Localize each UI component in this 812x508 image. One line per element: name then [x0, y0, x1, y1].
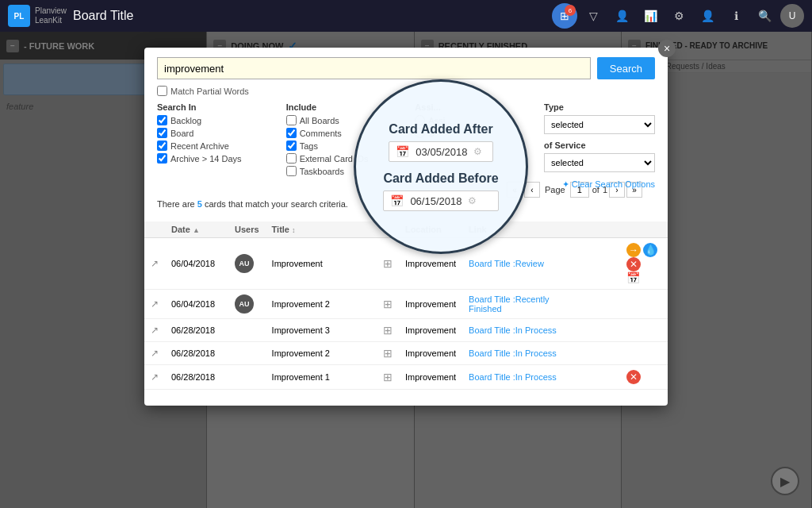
th-title[interactable]: Title ↕ [266, 221, 377, 238]
search-icon: 🔍 [758, 10, 772, 22]
date-before-label: Card Added Before [383, 171, 498, 186]
export-icon[interactable]: ↗ [151, 348, 159, 359]
all-boards-checkbox[interactable] [286, 115, 297, 125]
row3-loc-icon: ⊞ [377, 319, 399, 342]
modal-close-btn[interactable]: × [658, 40, 676, 57]
row5-link-anchor[interactable]: Board Title :In Process [469, 372, 557, 382]
row5-loc-icon: ⊞ [377, 365, 399, 390]
backlog-checkbox[interactable] [157, 115, 167, 125]
date-after-block: Card Added After 📅 03/05/2018 ⚙ [389, 122, 492, 162]
delete-action-icon[interactable]: ✕ [626, 370, 641, 384]
tags-checkbox[interactable] [286, 140, 297, 151]
row4-link-anchor[interactable]: Board Title :In Process [469, 348, 557, 358]
topbar: PL PlanviewLeanKit Board Title ⊞ 6 ▽ 👤 📊… [0, 0, 812, 32]
date-after-label: Card Added After [389, 122, 492, 137]
filter-icon-btn[interactable]: ⊞ 6 [552, 3, 577, 29]
row2-link: Board Title :RecentlyFinished [462, 290, 620, 319]
type-label: Type [544, 102, 655, 112]
match-partial-checkbox[interactable] [157, 86, 167, 96]
row5-users [228, 365, 266, 390]
row5-title: Improvement 1 [266, 365, 377, 390]
export-icon[interactable]: ↗ [151, 258, 159, 269]
person-add-icon-btn[interactable]: 👤 [695, 3, 720, 29]
comments-checkbox[interactable] [286, 128, 297, 138]
row3-location: Improvement [399, 319, 462, 342]
calendar-after-icon: 📅 [396, 145, 409, 158]
row1-title: Improvement [266, 238, 377, 290]
row4-actions [620, 342, 668, 365]
row2-export: ↗ [144, 290, 165, 319]
modal-overlay: × Card Added After 📅 03/05/2018 ⚙ Card A… [0, 32, 812, 508]
export-icon[interactable]: ↗ [151, 298, 159, 310]
export-icon[interactable]: ↗ [151, 371, 159, 383]
avatar[interactable]: U [780, 4, 804, 28]
search-button[interactable]: Search [597, 57, 655, 79]
archive-14-checkbox[interactable] [157, 153, 167, 164]
row1-actions: → 💧 ✕ 📅 [620, 238, 668, 290]
row5-export: ↗ [144, 365, 165, 390]
type-select[interactable]: selected [544, 115, 655, 134]
settings-icon-btn[interactable]: ⚙ [666, 3, 691, 29]
search-icon-btn[interactable]: 🔍 [752, 3, 777, 29]
row2-loc-icon: ⊞ [377, 290, 399, 319]
funnel-icon-btn[interactable]: ▽ [580, 3, 606, 29]
archive-14-label: Archive > 14 Days [170, 154, 242, 164]
row1-link-anchor[interactable]: Board Title :Review [469, 259, 544, 268]
clear-search-options-btn[interactable]: ✦ Clear Search Options [562, 179, 655, 189]
row1-export: ↗ [144, 238, 165, 290]
board-checkbox[interactable] [157, 128, 167, 138]
row4-loc-icon: ⊞ [377, 342, 399, 365]
date-before-clear-icon[interactable]: ⚙ [468, 195, 477, 206]
results-count: 5 [197, 199, 202, 209]
calendar-action-icon[interactable]: 📅 [626, 271, 640, 284]
export-icon[interactable]: ↗ [151, 325, 159, 336]
row2-link-anchor[interactable]: Board Title :RecentlyFinished [469, 294, 550, 314]
date-after-field[interactable]: 📅 03/05/2018 ⚙ [389, 141, 492, 162]
date-before-field[interactable]: 📅 06/15/2018 ⚙ [383, 190, 498, 211]
recent-archive-checkbox[interactable] [157, 140, 167, 151]
chart-icon-btn[interactable]: 📊 [638, 3, 663, 29]
taskboards-checkbox[interactable] [286, 166, 297, 176]
search-in-recent-archive: Recent Archive [157, 140, 274, 151]
delete-action-icon[interactable]: ✕ [626, 257, 641, 271]
comments-label: Comments [300, 129, 342, 138]
chart-icon: 📊 [644, 10, 657, 22]
search-in-label: Search In [157, 102, 274, 112]
service-select[interactable]: selected [544, 153, 655, 172]
search-input[interactable] [157, 57, 591, 79]
search-in-archive-14: Archive > 14 Days [157, 153, 274, 164]
th-date[interactable]: Date ▲ [165, 221, 228, 238]
row2-date: 06/04/2018 [165, 290, 228, 319]
search-in-board: Board [157, 128, 274, 138]
row3-link-anchor[interactable]: Board Title :In Process [469, 325, 557, 335]
match-partial-label: Match Partial Words [170, 87, 249, 96]
user-avatar: AU [235, 294, 254, 314]
date-after-clear-icon[interactable]: ⚙ [473, 146, 482, 157]
settings-icon: ⚙ [674, 10, 684, 22]
users-icon-btn[interactable]: 👤 [609, 3, 634, 29]
th-export [144, 221, 165, 238]
table-row: ↗ 06/04/2018 AU Improvement 2 ⊞ Improvem… [144, 290, 668, 319]
row3-date: 06/28/2018 [165, 319, 228, 342]
grid-icon: ⊞ [383, 324, 393, 337]
move-action-icon[interactable]: → [626, 243, 641, 257]
filter-badge: 6 [565, 5, 576, 16]
grid-icon: ⊞ [383, 371, 393, 383]
date-after-value: 03/05/2018 [416, 146, 467, 158]
search-modal: × Card Added After 📅 03/05/2018 ⚙ Card A… [144, 48, 668, 406]
table-row: ↗ 06/28/2018 Improvement 1 ⊞ Improvement… [144, 365, 668, 390]
table-row: ↗ 06/28/2018 Improvement 2 ⊞ Improvement… [144, 342, 668, 365]
table-row: ↗ 06/28/2018 Improvement 3 ⊞ Improvement… [144, 319, 668, 342]
logo-icon: PL [8, 5, 30, 27]
copy-action-icon[interactable]: 💧 [643, 243, 657, 257]
search-in-col: Search In Backlog Board Recent Archive [157, 102, 274, 190]
taskboards-label: Taskboards [300, 167, 344, 176]
external-cards-checkbox[interactable] [286, 153, 297, 164]
sort-title-icon: ↕ [292, 226, 296, 234]
calendar-before-icon: 📅 [390, 194, 404, 207]
users-icon: 👤 [615, 10, 629, 22]
row5-actions: ✕ [620, 365, 668, 390]
info-icon-btn[interactable]: ℹ [723, 3, 749, 29]
row3-users [228, 319, 266, 342]
row4-date: 06/28/2018 [165, 342, 228, 365]
